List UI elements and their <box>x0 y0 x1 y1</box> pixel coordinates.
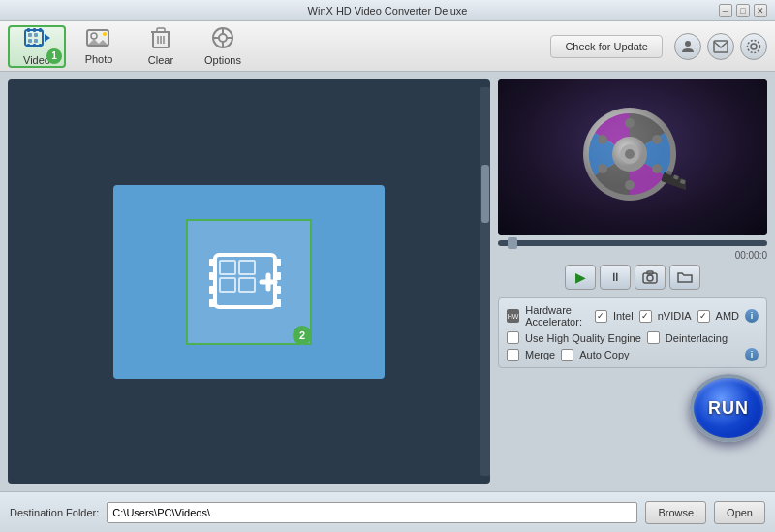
svg-rect-2 <box>33 28 36 32</box>
nvidia-label: nVIDIA <box>658 310 692 322</box>
app-title: WinX HD Video Converter Deluxe <box>308 5 468 16</box>
check-update-button[interactable]: Check for Update <box>550 35 663 58</box>
nvidia-checkbox[interactable] <box>639 310 652 323</box>
clear-button[interactable]: Clear <box>132 25 190 68</box>
svg-rect-37 <box>273 259 281 266</box>
maximize-button[interactable]: □ <box>736 4 750 17</box>
svg-rect-1 <box>27 28 30 32</box>
bottom-bar: Destination Folder: Browse Open <box>0 491 775 532</box>
minimize-button[interactable]: ─ <box>719 4 732 17</box>
hardware-row: HW Hardware Accelerator: Intel nVIDIA AM… <box>507 304 759 328</box>
open-button[interactable]: Open <box>714 501 765 524</box>
email-icon[interactable] <box>707 33 734 60</box>
destination-input[interactable] <box>107 502 637 523</box>
svg-rect-5 <box>33 44 36 47</box>
run-button[interactable]: RUN <box>690 374 767 442</box>
svg-rect-38 <box>273 272 281 280</box>
title-bar: WinX HD Video Converter Deluxe ─ □ ✕ <box>0 0 775 21</box>
playback-controls: ▶ ⏸ <box>498 265 767 290</box>
window-controls: ─ □ ✕ <box>719 4 767 17</box>
svg-point-55 <box>598 164 607 173</box>
options-button[interactable]: Options <box>194 25 252 68</box>
video-icon <box>23 26 50 52</box>
hardware-label: Hardware Accelerator: <box>525 304 589 328</box>
svg-rect-43 <box>220 278 235 292</box>
clear-button-label: Clear <box>148 54 173 66</box>
drop-zone: 2 <box>113 185 385 379</box>
toolbar-right-icons <box>674 33 767 60</box>
open-folder-button[interactable] <box>669 265 700 290</box>
options-icon <box>211 26 234 52</box>
svg-point-23 <box>219 34 227 42</box>
settings-icon[interactable] <box>740 33 767 60</box>
film-reel-icon <box>579 104 686 210</box>
pause-button[interactable]: ⏸ <box>600 265 631 290</box>
svg-rect-35 <box>209 286 217 294</box>
toolbar: Video 1 Photo Clear <box>0 21 775 72</box>
svg-rect-39 <box>273 286 281 294</box>
svg-point-50 <box>625 149 635 159</box>
add-video-badge: 2 <box>293 326 312 345</box>
main-content: 2 <box>0 72 775 491</box>
svg-rect-33 <box>209 259 217 266</box>
svg-point-51 <box>625 118 635 128</box>
hardware-info-icon[interactable]: i <box>745 309 759 323</box>
amd-checkbox[interactable] <box>698 310 710 323</box>
left-panel: 2 <box>8 79 490 484</box>
photo-icon <box>86 27 111 51</box>
svg-rect-40 <box>273 299 281 307</box>
merge-checkbox[interactable] <box>507 349 519 361</box>
scrollbar[interactable] <box>480 87 490 476</box>
photo-button[interactable]: Photo <box>70 25 128 68</box>
svg-point-31 <box>748 40 760 52</box>
video-badge: 1 <box>46 48 62 64</box>
amd-label: AMD <box>716 310 739 322</box>
auto-copy-checkbox[interactable] <box>561 349 574 361</box>
close-button[interactable]: ✕ <box>754 4 767 17</box>
svg-rect-3 <box>39 28 42 32</box>
hardware-settings: HW Hardware Accelerator: Intel nVIDIA AM… <box>498 297 767 368</box>
photo-button-label: Photo <box>85 53 113 65</box>
svg-point-56 <box>598 135 607 144</box>
svg-marker-14 <box>87 39 108 46</box>
svg-rect-4 <box>27 44 30 47</box>
svg-point-15 <box>103 32 107 36</box>
add-video-button[interactable]: 2 <box>186 219 312 345</box>
svg-point-52 <box>652 135 662 144</box>
snapshot-button[interactable] <box>635 265 666 290</box>
merge-row: Merge Auto Copy i <box>507 348 759 361</box>
svg-rect-0 <box>25 30 43 46</box>
svg-marker-7 <box>45 34 50 42</box>
hardware-icon: HW <box>507 309 519 323</box>
progress-thumb <box>508 237 517 249</box>
svg-point-13 <box>91 33 97 39</box>
play-button[interactable]: ▶ <box>565 265 596 290</box>
high-quality-label: Use High Quality Engine <box>525 332 641 344</box>
add-video-icon <box>205 243 293 321</box>
intel-checkbox[interactable] <box>595 310 607 323</box>
auto-copy-label: Auto Copy <box>579 349 629 360</box>
svg-rect-6 <box>39 44 42 47</box>
auto-copy-info-icon[interactable]: i <box>745 348 759 361</box>
svg-rect-36 <box>209 299 217 307</box>
account-icon[interactable] <box>674 33 701 60</box>
high-quality-checkbox[interactable] <box>507 331 519 344</box>
options-button-label: Options <box>204 54 241 66</box>
video-button[interactable]: Video 1 <box>8 25 66 68</box>
svg-point-54 <box>625 180 635 190</box>
preview-area <box>498 79 767 235</box>
intel-label: Intel <box>613 310 634 322</box>
svg-rect-9 <box>34 33 38 37</box>
svg-point-30 <box>751 44 757 49</box>
svg-rect-42 <box>239 261 255 274</box>
svg-rect-34 <box>209 272 217 280</box>
browse-button[interactable]: Browse <box>645 501 706 524</box>
run-btn-container: RUN <box>498 374 767 442</box>
scrollbar-thumb <box>481 165 489 223</box>
deinterlacing-label: Deinterlacing <box>666 332 728 344</box>
svg-rect-8 <box>28 33 32 37</box>
svg-rect-29 <box>714 41 728 52</box>
progress-bar[interactable] <box>498 240 767 246</box>
svg-rect-10 <box>28 39 32 43</box>
deinterlacing-checkbox[interactable] <box>647 331 660 344</box>
